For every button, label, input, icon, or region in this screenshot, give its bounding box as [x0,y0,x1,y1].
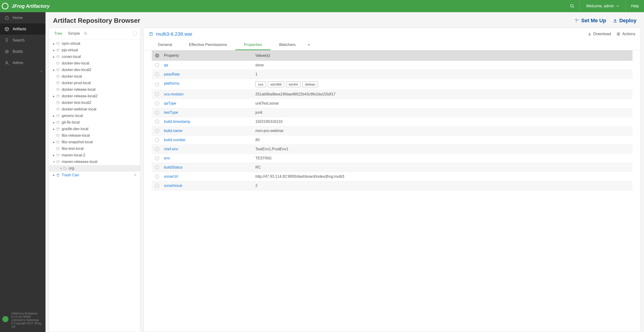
table-row[interactable]: ✓vcs.revision251ab9ba9bea19fdaa48622b43c… [152,90,632,99]
tree-node[interactable]: libs-test-local [49,145,140,152]
tree-trash[interactable]: ▶Trash Can✕ [49,172,140,178]
table-row[interactable]: ✓build.number80 [152,136,632,145]
sidebar-item-home[interactable]: Home [0,12,46,24]
table-row[interactable]: ✓build.timestamp1502195316210 [152,117,632,126]
property-key[interactable]: build.name [164,129,256,133]
row-check[interactable]: ✓ [155,82,159,86]
expand-arrow-icon[interactable]: ▶ [52,128,56,130]
tab-general[interactable]: General [150,40,180,50]
sidebar-item-admin[interactable]: Admin [0,57,46,68]
expand-arrow-icon[interactable]: ▶ [52,49,56,52]
sidebar-item-search[interactable]: Search [0,35,46,46]
table-row[interactable]: ✓sonarUrlhttp://47.93.114.82:9000/dashbo… [152,172,632,181]
tab-effective-permissions[interactable]: Effective Permissions [180,40,235,50]
tree-node[interactable]: ▶gradle-dev-local [49,126,140,132]
help-link[interactable]: Help [626,0,644,12]
tab-watchers[interactable]: Watchers [270,40,304,50]
sidebar-item-builds[interactable]: Builds [0,46,46,57]
property-key[interactable]: testType [164,110,256,115]
property-key[interactable]: qa [164,63,256,67]
set-me-up-button[interactable]: Set Me Up [574,18,606,24]
tree-node[interactable]: ▶git-lfs-local [49,119,140,126]
property-key[interactable]: sonarUrl [164,174,256,179]
select-all-check[interactable]: ✓ [155,54,159,58]
property-key[interactable]: chef.env [164,147,256,151]
property-key[interactable]: passRate [164,72,256,76]
expand-arrow-icon[interactable]: ▶ [52,56,56,58]
tree-node[interactable]: docker-prod-local [49,80,140,86]
table-row[interactable]: ✓envTESTING [152,154,632,163]
tree-node[interactable]: ▶conan-local [49,54,140,60]
tree-node[interactable]: ▶libs-snapshot-local [49,139,140,145]
table-row[interactable]: ✓sonarIssue2 [152,181,632,190]
property-key[interactable]: sonarIssue [164,184,256,188]
tree-node[interactable]: ▶docker-release-local2 [49,93,140,100]
tabs-more[interactable]: » [304,40,314,50]
row-check[interactable]: ✓ [155,147,159,151]
tab-simple[interactable]: Simple [66,30,82,37]
property-key[interactable]: buildStatus [164,165,256,170]
expand-arrow-icon[interactable]: ▶ [52,141,56,144]
expand-arrow-icon[interactable]: ▶ [52,121,56,124]
tree-node[interactable]: ▶pip-virtual [49,47,140,54]
header-search-button[interactable] [565,0,579,12]
property-key[interactable]: build.number [164,138,256,142]
search-icon[interactable] [84,32,88,36]
tab-properties[interactable]: Properties [236,40,270,50]
property-key[interactable]: qaType [164,101,256,106]
property-key[interactable]: build.timestamp [164,120,256,124]
property-key[interactable]: env [164,156,256,160]
column-property[interactable]: Property [164,53,256,58]
tree-node[interactable]: ▶docker-dev-local2 [49,66,140,73]
row-check[interactable]: ✓ [155,174,159,179]
actions-button[interactable]: Actions [616,32,635,36]
tree-node-org[interactable]: ▼org [49,165,140,172]
property-key[interactable]: platforms [164,81,256,87]
expand-arrow-icon[interactable]: ▶ [52,95,56,98]
tab-tree[interactable]: Tree [52,30,64,37]
tree-node[interactable]: docker-test-local2 [49,100,140,106]
table-row[interactable]: ✓passRate1 [152,70,632,79]
row-check[interactable]: ✓ [155,92,159,96]
expand-arrow-icon[interactable]: ▼ [52,160,56,163]
expand-arrow-icon[interactable]: ▶ [52,174,56,176]
expand-arrow-icon[interactable]: ▶ [52,115,56,117]
tree-node[interactable]: docker-webinar-local [49,106,140,112]
row-check[interactable]: ✓ [155,72,159,76]
tree-checkbox[interactable] [133,32,137,36]
row-check[interactable]: ✓ [155,165,159,170]
table-row[interactable]: ✓platformsosxwin386win64debian [152,79,632,90]
deploy-button[interactable]: Deploy [613,18,636,24]
user-menu[interactable]: Welcome, admin [579,0,626,12]
row-check[interactable]: ✓ [155,101,159,106]
expand-arrow-icon[interactable]: ▶ [52,69,56,71]
expand-arrow-icon[interactable]: ▶ [52,42,56,45]
tree-node[interactable]: libs-release-local [49,132,140,139]
sidebar-item-artifacts[interactable]: Artifacts [0,24,46,35]
row-check[interactable]: ✓ [155,156,159,160]
sidebar-collapse[interactable]: « [0,68,46,74]
row-check[interactable]: ✓ [155,138,159,142]
table-row[interactable]: ✓chef.envTestEnv1,ProdEnv1 [152,145,632,154]
column-values[interactable]: Value(s) [256,53,629,58]
download-button[interactable]: Download [588,32,611,36]
expand-arrow-icon[interactable]: ▼ [59,167,63,170]
table-row[interactable]: ✓build.namemvn-pro-webinar [152,126,632,136]
clear-trash-icon[interactable]: ✕ [134,173,140,177]
row-check[interactable]: ✓ [155,129,159,133]
table-row[interactable]: ✓buildStatusRC [152,163,632,172]
row-check[interactable]: ✓ [155,63,159,67]
tree-node[interactable]: docker-release-local [49,86,140,93]
tree-node[interactable]: ▶npm-virtual [49,40,140,47]
table-row[interactable]: ✓qaTypeunitTest,sonar [152,99,632,108]
expand-arrow-icon[interactable]: ▶ [52,154,56,156]
tree-node[interactable]: ▶maven-local-2 [49,152,140,158]
property-key[interactable]: vcs.revision [164,92,256,96]
tree-node[interactable]: docker-local [49,73,140,80]
tree-node[interactable]: ▶generic-local [49,112,140,119]
row-check[interactable]: ✓ [155,120,159,124]
tree-node[interactable]: docker-dev-local [49,60,140,66]
tree-node[interactable]: ▼maven-releases-local [49,158,140,165]
table-row[interactable]: ✓qadone [152,61,632,70]
row-check[interactable]: ✓ [155,184,159,188]
